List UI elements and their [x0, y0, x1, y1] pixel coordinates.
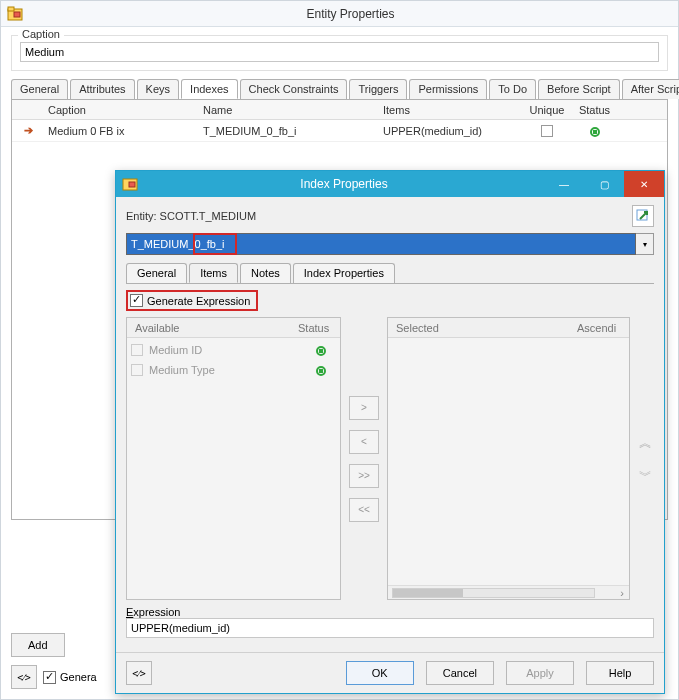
- tab-attributes[interactable]: Attributes: [70, 79, 134, 99]
- move-down-icon[interactable]: ︾: [639, 469, 652, 482]
- available-pane: Available Status Medium ID Medium Type: [126, 317, 341, 600]
- caption-label: Caption: [18, 28, 64, 40]
- apply-button[interactable]: Apply: [506, 661, 574, 685]
- generate-expression-checkbox[interactable]: Generate Expression: [126, 290, 258, 311]
- current-row-icon: ➔: [24, 124, 33, 136]
- generate-expression-label: Generate Expression: [147, 295, 250, 307]
- svg-rect-4: [129, 182, 135, 187]
- dialog-title: Index Properties: [144, 177, 544, 191]
- tab-before-script[interactable]: Before Script: [538, 79, 620, 99]
- list-item[interactable]: Medium Type: [127, 360, 340, 380]
- move-buttons: > < >> <<: [347, 317, 381, 600]
- move-right-button[interactable]: >: [349, 396, 379, 420]
- svg-rect-2: [14, 12, 20, 17]
- code-toggle-button[interactable]: <⁄>: [126, 661, 152, 685]
- index-name-dropdown[interactable]: ▾: [636, 233, 654, 255]
- col-items-header[interactable]: Items: [377, 102, 522, 118]
- index-name-input[interactable]: [126, 233, 636, 255]
- selected-list: [388, 338, 629, 585]
- item-checkbox: [131, 364, 143, 376]
- col-status-header[interactable]: Status: [572, 102, 617, 118]
- entity-label: Entity: SCOTT.T_MEDIUM: [126, 210, 256, 222]
- window-title: Entity Properties: [29, 7, 672, 21]
- selected-col[interactable]: Selected: [388, 320, 569, 336]
- index-name-combo: ▾: [126, 233, 654, 255]
- item-name: Medium ID: [149, 344, 306, 356]
- dialog-titlebar: Index Properties — ▢ ✕: [116, 171, 664, 197]
- expression-input[interactable]: [126, 618, 654, 638]
- item-name: Medium Type: [149, 364, 306, 376]
- ok-button[interactable]: OK: [346, 661, 414, 685]
- tab-after-script[interactable]: After Script: [622, 79, 679, 99]
- svg-rect-1: [8, 7, 14, 11]
- caption-group: Caption: [11, 35, 668, 71]
- move-all-left-button[interactable]: <<: [349, 498, 379, 522]
- tab-check-constraints[interactable]: Check Constraints: [240, 79, 348, 99]
- dialog-tabstrip: General Items Notes Index Properties: [126, 263, 654, 284]
- app-icon: [7, 6, 23, 22]
- move-all-right-button[interactable]: >>: [349, 464, 379, 488]
- cancel-button[interactable]: Cancel: [426, 661, 494, 685]
- available-header: Available Status: [127, 318, 340, 338]
- index-properties-dialog: Index Properties — ▢ ✕ Entity: SCOTT.T_M…: [115, 170, 665, 694]
- caption-input[interactable]: [20, 42, 659, 62]
- col-unique-header[interactable]: Unique: [522, 102, 572, 118]
- row-status-indicator: [590, 127, 600, 137]
- tab-keys[interactable]: Keys: [137, 79, 179, 99]
- status-indicator-icon: [316, 366, 326, 376]
- tab-permissions[interactable]: Permissions: [409, 79, 487, 99]
- available-list: Medium ID Medium Type: [127, 338, 340, 599]
- status-indicator-icon: [316, 346, 326, 356]
- reorder-controls: ︽ ︾: [636, 317, 654, 600]
- available-status-col[interactable]: Status: [290, 320, 340, 336]
- check-icon: [130, 294, 143, 307]
- col-icon: [12, 108, 42, 112]
- titlebar: Entity Properties: [1, 1, 678, 27]
- selected-scrollbar[interactable]: ›: [388, 585, 629, 599]
- ascending-col[interactable]: Ascendi: [569, 320, 629, 336]
- dlg-tab-index-properties[interactable]: Index Properties: [293, 263, 395, 283]
- dlg-tab-items[interactable]: Items: [189, 263, 238, 283]
- dialog-icon: [122, 176, 138, 192]
- check-icon: [43, 671, 56, 684]
- generate-label: Genera: [60, 671, 97, 683]
- help-button[interactable]: Help: [586, 661, 654, 685]
- items-tab-content: Generate Expression Available Status Med…: [126, 284, 654, 644]
- list-item[interactable]: Medium ID: [127, 340, 340, 360]
- item-checkbox: [131, 344, 143, 356]
- row-items: UPPER(medium_id): [377, 123, 522, 139]
- code-toggle-button[interactable]: <⁄>: [11, 665, 37, 689]
- tab-indexes[interactable]: Indexes: [181, 79, 238, 99]
- selected-header: Selected Ascendi: [388, 318, 629, 338]
- dlg-tab-general[interactable]: General: [126, 263, 187, 283]
- table-row[interactable]: ➔ Medium 0 FB ix T_MEDIUM_0_fb_i UPPER(m…: [12, 120, 667, 142]
- close-button[interactable]: ✕: [624, 171, 664, 197]
- col-caption-header[interactable]: Caption: [42, 102, 197, 118]
- row-name: T_MEDIUM_0_fb_i: [197, 123, 377, 139]
- tab-triggers[interactable]: Triggers: [349, 79, 407, 99]
- minimize-button[interactable]: —: [544, 171, 584, 197]
- expression-row: EExpressionxpression: [126, 606, 654, 638]
- dlg-tab-notes[interactable]: Notes: [240, 263, 291, 283]
- parent-bottom-controls: Add <⁄> Genera: [11, 633, 97, 689]
- col-name-header[interactable]: Name: [197, 102, 377, 118]
- add-button[interactable]: Add: [11, 633, 65, 657]
- tab-todo[interactable]: To Do: [489, 79, 536, 99]
- parent-tabstrip: General Attributes Keys Indexes Check Co…: [11, 79, 668, 100]
- row-unique-checkbox[interactable]: [541, 125, 553, 137]
- maximize-button[interactable]: ▢: [584, 171, 624, 197]
- expression-label-text: xpression: [133, 606, 180, 618]
- available-col[interactable]: Available: [127, 320, 290, 336]
- dialog-footer: <⁄> OK Cancel Apply Help: [116, 652, 664, 693]
- tab-general[interactable]: General: [11, 79, 68, 99]
- move-up-icon[interactable]: ︽: [639, 436, 652, 449]
- dialog-body: Entity: SCOTT.T_MEDIUM ▾ General Items N…: [116, 197, 664, 652]
- goto-entity-button[interactable]: [632, 205, 654, 227]
- entity-line: Entity: SCOTT.T_MEDIUM: [126, 205, 654, 227]
- move-left-button[interactable]: <: [349, 430, 379, 454]
- generate-checkbox[interactable]: Genera: [43, 671, 97, 684]
- grid-header: Caption Name Items Unique Status: [12, 100, 667, 120]
- selected-pane: Selected Ascendi ›: [387, 317, 630, 600]
- row-caption: Medium 0 FB ix: [42, 123, 197, 139]
- item-panes: Available Status Medium ID Medium Type: [126, 317, 654, 600]
